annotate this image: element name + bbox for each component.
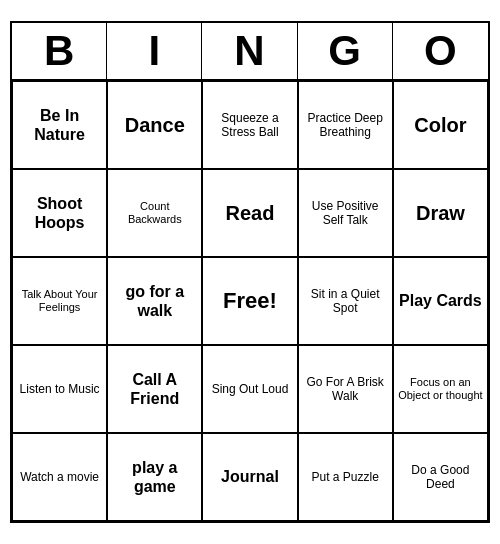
bingo-cell: Sing Out Loud [202, 345, 297, 433]
bingo-header: BINGO [12, 23, 488, 81]
bingo-cell: Read [202, 169, 297, 257]
bingo-letter-n: N [202, 23, 297, 79]
bingo-letter-i: I [107, 23, 202, 79]
bingo-cell: play a game [107, 433, 202, 521]
bingo-letter-b: B [12, 23, 107, 79]
bingo-cell: Sit in a Quiet Spot [298, 257, 393, 345]
bingo-cell: Use Positive Self Talk [298, 169, 393, 257]
bingo-cell: Practice Deep Breathing [298, 81, 393, 169]
bingo-cell: Shoot Hoops [12, 169, 107, 257]
bingo-cell: Free! [202, 257, 297, 345]
bingo-cell: Do a Good Deed [393, 433, 488, 521]
bingo-cell: Draw [393, 169, 488, 257]
bingo-cell: Play Cards [393, 257, 488, 345]
bingo-cell: Be In Nature [12, 81, 107, 169]
bingo-cell: Talk About Your Feelings [12, 257, 107, 345]
bingo-cell: Listen to Music [12, 345, 107, 433]
bingo-cell: Put a Puzzle [298, 433, 393, 521]
bingo-cell: Focus on an Object or thought [393, 345, 488, 433]
bingo-cell: Color [393, 81, 488, 169]
bingo-cell: Journal [202, 433, 297, 521]
bingo-cell: Watch a movie [12, 433, 107, 521]
bingo-card: BINGO Be In NatureDanceSqueeze a Stress … [10, 21, 490, 523]
bingo-cell: Squeeze a Stress Ball [202, 81, 297, 169]
bingo-cell: Go For A Brisk Walk [298, 345, 393, 433]
bingo-grid: Be In NatureDanceSqueeze a Stress BallPr… [12, 81, 488, 521]
bingo-cell: Call A Friend [107, 345, 202, 433]
bingo-letter-g: G [298, 23, 393, 79]
bingo-letter-o: O [393, 23, 488, 79]
bingo-cell: Dance [107, 81, 202, 169]
bingo-cell: Count Backwards [107, 169, 202, 257]
bingo-cell: go for a walk [107, 257, 202, 345]
